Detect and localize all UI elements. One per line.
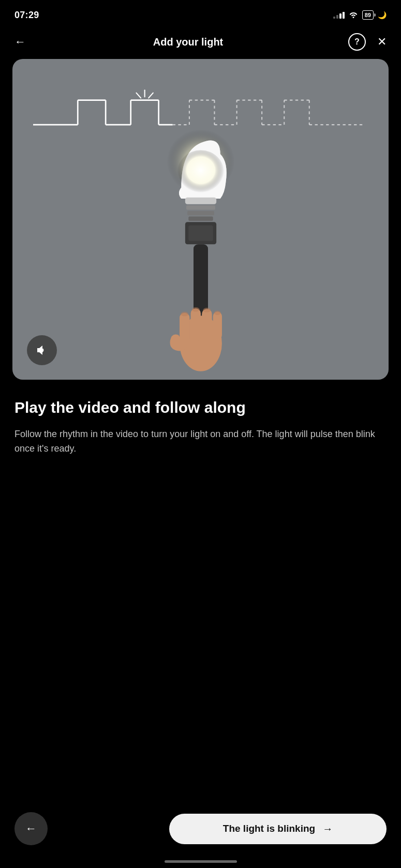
svg-point-40 <box>191 307 199 312</box>
content-section: Play the video and follow along Follow t… <box>0 380 401 456</box>
video-content <box>12 59 389 380</box>
svg-rect-29 <box>187 211 214 216</box>
status-time: 07:29 <box>14 10 39 21</box>
moon-icon: 🌙 <box>378 11 387 19</box>
arrow-right-icon: → <box>322 823 333 835</box>
svg-point-42 <box>214 310 220 315</box>
svg-rect-27 <box>185 198 216 204</box>
signal-bar-4 <box>343 12 345 19</box>
bottom-navigation: ← The light is blinking → <box>0 812 401 845</box>
svg-rect-35 <box>180 313 189 343</box>
sound-button[interactable] <box>27 335 57 365</box>
signal-icon <box>333 11 345 19</box>
svg-point-39 <box>181 312 188 317</box>
header: ← Add your light ? ✕ <box>0 27 401 59</box>
main-heading: Play the video and follow along <box>14 398 387 417</box>
signal-bar-3 <box>339 13 341 19</box>
header-actions: ? ✕ <box>348 33 389 51</box>
svg-rect-38 <box>213 312 221 340</box>
svg-rect-36 <box>190 308 200 342</box>
signal-bar-2 <box>336 15 338 19</box>
back-circle-button[interactable]: ← <box>14 812 48 845</box>
description-text: Follow the rhythm in the video to turn y… <box>14 427 387 456</box>
light-is-blinking-button[interactable]: The light is blinking → <box>169 814 387 844</box>
status-icons: 89 🌙 <box>333 10 387 20</box>
sound-icon <box>35 343 49 357</box>
svg-point-26 <box>177 150 224 194</box>
header-back-button[interactable]: ← <box>12 34 28 50</box>
help-button[interactable]: ? <box>348 33 366 51</box>
svg-rect-30 <box>188 216 213 221</box>
battery-icon: 89 <box>362 10 374 20</box>
svg-point-41 <box>203 308 211 312</box>
svg-rect-37 <box>202 309 212 341</box>
page-title: Add your light <box>28 36 348 48</box>
wifi-icon <box>349 11 358 20</box>
svg-rect-32 <box>188 226 213 241</box>
status-bar: 07:29 89 🌙 <box>0 0 401 27</box>
blinking-button-label: The light is blinking <box>223 823 315 834</box>
svg-rect-28 <box>186 205 215 210</box>
back-arrow-icon: ← <box>25 822 37 835</box>
signal-bar-1 <box>333 17 335 19</box>
close-button[interactable]: ✕ <box>375 34 389 50</box>
home-indicator <box>165 860 237 863</box>
video-container[interactable] <box>12 59 389 380</box>
